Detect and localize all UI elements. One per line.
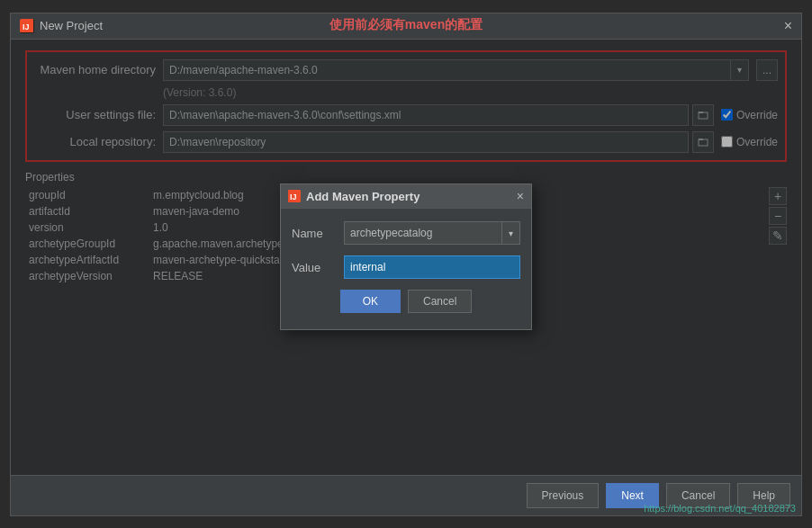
- bottom-url: https://blog.csdn.net/qq_40182873: [638, 501, 801, 515]
- modal-cancel-button[interactable]: Cancel: [408, 290, 472, 313]
- title-bar-left: IJ New Project: [20, 19, 103, 33]
- app-icon: IJ: [20, 19, 34, 33]
- modal-overlay: IJ Add Maven Property × Name ▾: [11, 40, 801, 475]
- add-maven-property-dialog: IJ Add Maven Property × Name ▾: [280, 183, 532, 330]
- main-dialog: IJ New Project 使用前必须有maven的配置 × Maven ho…: [10, 13, 802, 516]
- modal-name-label: Name: [292, 227, 337, 240]
- svg-text:IJ: IJ: [23, 22, 30, 31]
- bottom-bar: Previous Next Cancel Help https://blog.c…: [11, 475, 801, 515]
- window-title: New Project: [40, 19, 103, 32]
- modal-title-left: IJ Add Maven Property: [288, 190, 420, 203]
- modal-buttons: OK Cancel: [292, 290, 520, 317]
- modal-title-text: Add Maven Property: [306, 190, 420, 203]
- modal-app-icon: IJ: [288, 190, 301, 202]
- modal-name-dropdown-arrow[interactable]: ▾: [501, 222, 519, 244]
- modal-value-label: Value: [292, 261, 337, 274]
- modal-name-input[interactable]: [345, 224, 501, 242]
- modal-body: Name ▾ Value OK Cancel: [281, 209, 531, 329]
- modal-value-row: Value: [292, 255, 520, 279]
- svg-text:IJ: IJ: [290, 192, 297, 201]
- modal-close-button[interactable]: ×: [517, 189, 524, 203]
- previous-button[interactable]: Previous: [527, 483, 600, 508]
- modal-name-combo[interactable]: ▾: [344, 221, 520, 245]
- close-button[interactable]: ×: [784, 19, 792, 33]
- title-bar: IJ New Project 使用前必须有maven的配置 ×: [11, 13, 801, 40]
- modal-title-bar: IJ Add Maven Property ×: [281, 184, 531, 209]
- modal-ok-button[interactable]: OK: [340, 290, 401, 313]
- modal-name-row: Name ▾: [292, 221, 520, 245]
- watermark-text: 使用前必须有maven的配置: [329, 17, 483, 33]
- modal-value-input[interactable]: [344, 255, 520, 279]
- content-area: Maven home directory ▾ ... (Version: 3.6…: [11, 40, 801, 475]
